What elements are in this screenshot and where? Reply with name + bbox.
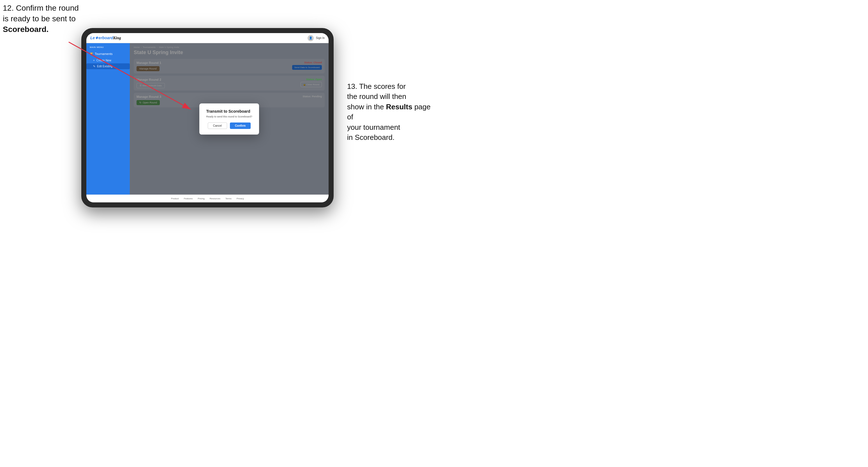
annotation-right-line1: 13. The scores for — [347, 82, 406, 91]
modal-buttons: Cancel Confirm — [206, 123, 252, 129]
annotation-line1: 12. Confirm the round — [3, 4, 79, 12]
annotation-top-left: 12. Confirm the round is ready to be sen… — [3, 3, 79, 34]
modal-subtitle: Ready to send this round to Scoreboard? — [206, 115, 252, 118]
edit-icon: ✎ — [93, 65, 95, 68]
logo-part1: Le — [90, 36, 95, 40]
footer-pricing[interactable]: Pricing — [198, 197, 205, 200]
signin-label[interactable]: Sign In — [316, 36, 325, 39]
sidebar: MAIN MENU 🏆 Tournaments + Create New ✎ E… — [86, 43, 130, 194]
sidebar-menu-label: MAIN MENU — [86, 46, 130, 50]
plus-icon: + — [93, 59, 95, 62]
footer-product[interactable]: Product — [171, 197, 179, 200]
trophy-icon: 🏆 — [90, 53, 93, 56]
modal-title: Transmit to Scoreboard — [206, 109, 252, 114]
top-nav: Le⚜erboardKing 👤 Sign In — [86, 33, 329, 43]
annotation-line3-bold: Scoreboard. — [3, 25, 49, 34]
annotation-right-line2: the round will then — [347, 92, 406, 101]
logo-part1b: erboard — [98, 36, 113, 40]
tablet-screen: Le⚜erboardKing 👤 Sign In MAIN MENU 🏆 — [86, 33, 329, 203]
annotation-right-line6: in Scoreboard. — [347, 133, 395, 142]
footer-resources[interactable]: Resources — [210, 197, 220, 200]
sidebar-item-edit-existing[interactable]: ✎ Edit Existing — [86, 63, 130, 69]
annotation-right-line3: show in the — [347, 102, 384, 111]
sidebar-item-tournaments[interactable]: 🏆 Tournaments — [86, 50, 130, 58]
avatar: 👤 — [308, 35, 314, 41]
annotation-line2: is ready to be sent to — [3, 14, 76, 23]
sidebar-create-label: Create New — [96, 59, 111, 62]
nav-right: 👤 Sign In — [308, 35, 325, 41]
app-layout: Le⚜erboardKing 👤 Sign In MAIN MENU 🏆 — [86, 33, 329, 203]
tablet-device: Le⚜erboardKing 👤 Sign In MAIN MENU 🏆 — [81, 28, 334, 208]
modal-cancel-button[interactable]: Cancel — [208, 123, 227, 129]
sidebar-edit-label: Edit Existing — [97, 65, 113, 68]
sidebar-tournaments-label: Tournaments — [95, 52, 113, 56]
modal-cancel-label: Cancel — [213, 124, 222, 127]
modal-overlay: Transmit to Scoreboard Ready to send thi… — [130, 43, 329, 194]
logo-icon: ⚜ — [95, 36, 98, 40]
sidebar-item-create-new[interactable]: + Create New — [86, 58, 130, 63]
avatar-icon: 👤 — [309, 36, 312, 39]
modal-confirm-button[interactable]: Confirm — [230, 123, 251, 129]
footer: Product Features Pricing Resources Terms… — [86, 194, 329, 203]
main-content: MAIN MENU 🏆 Tournaments + Create New ✎ E… — [86, 43, 329, 194]
annotation-right: 13. The scores for the round will then s… — [347, 81, 431, 143]
footer-terms[interactable]: Terms — [225, 197, 231, 200]
logo-part2: King — [113, 36, 121, 40]
annotation-right-bold: Results — [386, 102, 412, 111]
footer-privacy[interactable]: Privacy — [237, 197, 244, 200]
annotation-right-line5: your tournament — [347, 123, 400, 131]
logo: Le⚜erboardKing — [90, 36, 121, 40]
logo-area: Le⚜erboardKing — [90, 36, 121, 40]
transmit-modal: Transmit to Scoreboard Ready to send thi… — [199, 103, 259, 134]
page-area: Home › Tournaments › State U Spring Invi… — [130, 43, 329, 194]
modal-confirm-label: Confirm — [235, 124, 246, 127]
footer-features[interactable]: Features — [184, 197, 193, 200]
